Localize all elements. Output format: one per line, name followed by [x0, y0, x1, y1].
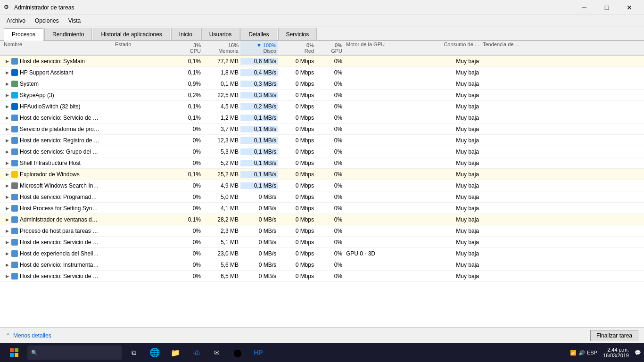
expand-icon[interactable]: ▶: [4, 182, 10, 189]
expand-icon[interactable]: ▶: [4, 194, 10, 200]
process-name-label: Host de servicio: Instrumental d...: [20, 262, 100, 268]
col-header-tendencia[interactable]: Tendencia de ...: [481, 41, 528, 55]
process-gpu: 0%: [316, 69, 344, 76]
process-name: ▶ HPAudioSwitch (32 bits): [0, 103, 113, 110]
expand-icon[interactable]: ▶: [4, 228, 10, 234]
process-disk: 0 MB/s: [240, 273, 278, 280]
expand-icon[interactable]: ▶: [4, 148, 10, 155]
expand-icon[interactable]: ▶: [4, 216, 10, 223]
expand-icon[interactable]: ▶: [4, 58, 10, 65]
mail-icon[interactable]: ✉: [206, 343, 227, 362]
col-header-cpu[interactable]: 3% CPU: [170, 41, 203, 55]
col-header-consumo[interactable]: Consumo de ...: [434, 41, 481, 55]
tab-inicio[interactable]: Inicio: [171, 28, 200, 40]
table-row[interactable]: ▶ System 0,9% 0,1 MB 0,3 MB/s 0 Mbps 0% …: [0, 78, 644, 90]
col-header-estado[interactable]: Estado: [113, 41, 170, 55]
process-disk: 0,1 MB/s: [240, 148, 278, 155]
expand-icon[interactable]: ▶: [4, 81, 10, 87]
table-row[interactable]: ▶ Host de servicio: Servicio de dir... 0…: [0, 237, 644, 248]
process-cpu: 0,1%: [170, 69, 203, 76]
store-icon[interactable]: 🛍: [186, 343, 206, 362]
expand-icon[interactable]: ▶: [4, 250, 10, 257]
expand-icon[interactable]: ▶: [4, 205, 10, 212]
expand-icon[interactable]: ▶: [4, 171, 10, 178]
tab-historial[interactable]: Historial de aplicaciones: [93, 28, 170, 40]
process-list: ▶ Host de servicio: SysMain 0,1% 77,2 MB…: [0, 56, 644, 327]
expand-icon[interactable]: ▶: [4, 126, 10, 132]
title-bar-controls: ─ □ ✕: [573, 0, 640, 15]
table-row[interactable]: ▶ Host Process for Setting Synchr... 0% …: [0, 203, 644, 214]
maximize-button[interactable]: □: [596, 0, 618, 15]
col-header-name[interactable]: Nombre: [0, 41, 113, 55]
table-row[interactable]: ▶ Host de servicios: Grupo del ser... 0%…: [0, 146, 644, 157]
expand-icon[interactable]: ▶: [4, 239, 10, 246]
table-row[interactable]: ▶ Host de servicio: Servicio de rep... 0…: [0, 271, 644, 282]
expand-icon[interactable]: ▶: [4, 160, 10, 166]
expand-icon[interactable]: ▶: [4, 137, 10, 144]
table-row[interactable]: ▶ Servicio de plataforma de prote... 0% …: [0, 123, 644, 135]
minimize-button[interactable]: ─: [573, 0, 595, 15]
expand-icon[interactable]: ▶: [4, 115, 10, 121]
process-network: 0 Mbps: [278, 160, 316, 166]
col-header-red[interactable]: 0% Red: [278, 41, 316, 55]
process-name: ▶ Host de servicio: Servicio de dir...: [0, 239, 113, 246]
start-button[interactable]: [3, 343, 25, 362]
task-view-button[interactable]: ⧉: [124, 343, 144, 362]
tab-usuarios[interactable]: Usuarios: [201, 28, 239, 40]
close-button[interactable]: ✕: [619, 0, 640, 15]
expand-icon[interactable]: ▶: [4, 92, 10, 99]
process-disk: 0 MB/s: [240, 250, 278, 257]
table-row[interactable]: ▶ SkypeApp (3) 0,2% 22,5 MB 0,3 MB/s 0 M…: [0, 90, 644, 101]
menu-opciones[interactable]: Opciones: [30, 16, 64, 25]
process-gpu: 0%: [316, 216, 344, 223]
table-row[interactable]: ▶ Host de servicio: Programador ... 0% 5…: [0, 191, 644, 203]
svg-rect-1: [15, 348, 18, 352]
expand-icon[interactable]: ▶: [4, 69, 10, 76]
process-name-label: Host de servicio: Servicio de rep...: [20, 273, 100, 280]
notification-icon[interactable]: 💬: [635, 350, 641, 356]
table-row[interactable]: ▶ Shell Infrastructure Host 0% 5,2 MB 0,…: [0, 157, 644, 169]
chrome-icon[interactable]: ⬤: [227, 343, 248, 362]
table-row[interactable]: ▶ Microsoft Windows Search Inde... 0% 4,…: [0, 180, 644, 191]
process-power: Muy baja: [434, 273, 481, 280]
edge-icon[interactable]: 🌐: [144, 343, 165, 362]
col-header-motor[interactable]: Motor de la GPU: [344, 41, 434, 55]
menos-detalles-button[interactable]: ⌃ Menos detalles: [6, 332, 51, 339]
table-row[interactable]: ▶ Administrador de ventanas de e... 0,1%…: [0, 214, 644, 225]
table-row[interactable]: ▶ Host de servicio: Registro de ev... 0%…: [0, 135, 644, 146]
col-header-gpu[interactable]: 0% GPU: [316, 41, 344, 55]
tab-procesos[interactable]: Procesos: [4, 28, 43, 41]
table-row[interactable]: ▶ Host de servicio: Instrumental d... 0%…: [0, 259, 644, 271]
table-row[interactable]: ▶ Host de servicio: SysMain 0,1% 77,2 MB…: [0, 56, 644, 67]
process-icon: [11, 81, 18, 87]
table-row[interactable]: ▶ Host de servicio: Servicio de ad... 0,…: [0, 112, 644, 123]
store-bag-icon: 🛍: [192, 348, 200, 357]
expand-icon[interactable]: ▶: [4, 262, 10, 268]
table-row[interactable]: ▶ HP Support Assistant 0,1% 1,8 MB 0,4 M…: [0, 67, 644, 78]
table-row[interactable]: ▶ Host de experiencia del Shell de ... 0…: [0, 248, 644, 259]
col-header-memoria[interactable]: 16% Memoria: [203, 41, 240, 55]
menu-vista[interactable]: Vista: [64, 16, 85, 25]
process-memory: 4,1 MB: [203, 205, 240, 212]
process-memory: 5,3 MB: [203, 148, 240, 155]
menu-archivo[interactable]: Archivo: [2, 16, 30, 25]
tab-rendimiento[interactable]: Rendimiento: [44, 28, 92, 40]
process-name: ▶ Shell Infrastructure Host: [0, 160, 113, 166]
process-network: 0 Mbps: [278, 182, 316, 189]
table-row[interactable]: ▶ Explorador de Windows 0,1% 25,2 MB 0,1…: [0, 169, 644, 180]
explorer-icon[interactable]: 📁: [165, 343, 186, 362]
expand-icon[interactable]: ▶: [4, 103, 10, 110]
process-disk: 0,3 MB/s: [240, 81, 278, 87]
expand-icon[interactable]: ▶: [4, 273, 10, 280]
process-cpu: 0,1%: [170, 58, 203, 65]
table-row[interactable]: ▶ Proceso de host para tareas de ... 0% …: [0, 225, 644, 237]
table-row[interactable]: ▶ HPAudioSwitch (32 bits) 0,1% 4,5 MB 0,…: [0, 101, 644, 112]
col-header-disco[interactable]: ▼ 100% Disco: [240, 41, 278, 55]
tab-servicios[interactable]: Servicios: [278, 28, 317, 40]
process-name: ▶ Microsoft Windows Search Inde...: [0, 182, 113, 189]
svg-rect-2: [10, 353, 14, 357]
finalizar-tarea-button[interactable]: Finalizar tarea: [590, 330, 638, 341]
hp-assistant-icon[interactable]: HP: [248, 343, 269, 362]
taskbar-search[interactable]: 🔍: [27, 346, 122, 360]
tab-detalles[interactable]: Detalles: [240, 28, 277, 40]
